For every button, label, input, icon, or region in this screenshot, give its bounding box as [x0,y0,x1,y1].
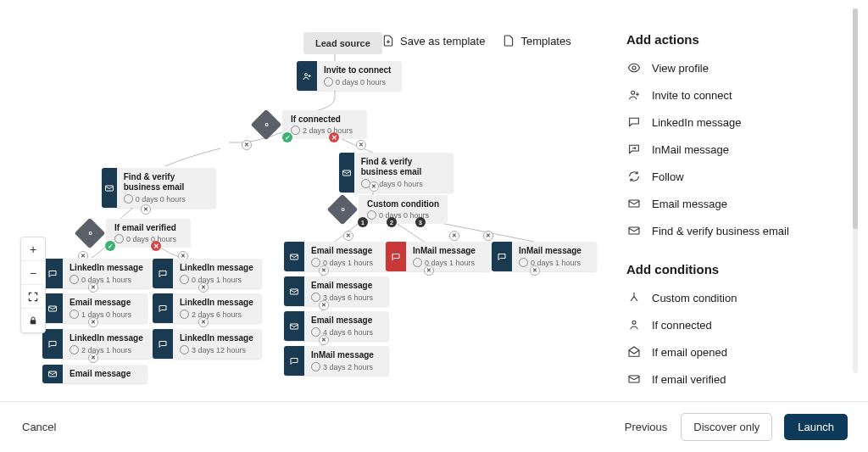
condition-icon: ⚬ [327,194,359,226]
condition-label: Custom condition [652,292,737,304]
branch-2: 2 [387,217,397,227]
mail-search-icon [626,223,642,238]
refresh-icon [626,169,642,184]
node-title: Invite to connect [324,65,393,75]
mail-check-icon [626,371,642,387]
x-dot: ✕ [319,335,329,345]
templates-button[interactable]: Templates [502,34,570,47]
action-label: Find & verify business email [652,225,789,237]
x-dot: ✕ [483,231,493,241]
action-follow[interactable]: Follow [626,169,848,184]
inmail-message-node[interactable]: InMail message3 days 2 hours [284,346,389,376]
svg-point-10 [632,91,635,94]
x-dot: ✕ [530,265,540,276]
node-title: Find & verify business email [124,172,208,193]
action-invite-to-connect[interactable]: Invite to connect [626,87,848,103]
x-dot: ✕ [198,282,209,293]
node-timing: 0 days 0 hours [367,210,439,220]
chat-icon [386,242,406,271]
file-icon [502,34,515,47]
email-message-node[interactable]: Email message4 days 6 hours [284,311,389,341]
discover-only-button[interactable]: Discover only [681,413,772,441]
branch-icon [626,290,642,305]
action-label: InMail message [652,143,729,156]
node-timing: 2 days 1 hours [70,345,143,354]
node-timing: 1 days 0 hours [70,310,139,319]
svg-point-9 [632,66,636,70]
launch-button[interactable]: Launch [784,414,848,440]
svg-rect-8 [31,321,36,325]
invite-to-connect-node[interactable]: Invite to connect0 days 0 hours [297,61,402,91]
conditions-list: Custom condition If connected If email o… [626,290,848,401]
branch-1: 1 [358,217,368,227]
if-email-verified-node[interactable]: ⚬ If email verified0 days 0 hours [79,219,191,248]
condition-custom[interactable]: Custom condition [626,290,848,305]
condition-if-connected[interactable]: If connected [626,317,848,332]
condition-if-email-verified[interactable]: If email verified [626,371,848,387]
email-message-node[interactable]: Email message3 days 6 hours [284,276,389,306]
action-label: Follow [652,170,684,183]
node-title: LinkedIn message [180,333,253,343]
svg-rect-11 [629,200,639,207]
email-message-node[interactable]: Email message0 days 1 hours [284,242,389,271]
node-title: Email message [311,281,381,291]
chat-arrow-icon [626,142,642,157]
node-timing: 0 days 0 hours [324,77,393,86]
x-dot: ✕ [242,140,252,150]
action-view-profile[interactable]: View profile [626,60,848,75]
email-message-node[interactable]: Email message [42,365,147,383]
find-verify-email-node[interactable]: Find & verify business email0 days 0 hou… [339,153,453,193]
node-title: InMail message [519,246,588,256]
save-template-label: Save as template [400,35,485,47]
linkedin-message-node[interactable]: LinkedIn message3 days 12 hours [153,329,262,359]
scrollbar-thumb[interactable] [853,8,858,229]
cancel-button[interactable]: Cancel [20,414,58,440]
action-linkedin-message[interactable]: LinkedIn message [626,114,848,130]
person-add-icon [297,61,317,91]
scrollbar[interactable] [853,8,858,373]
previous-button[interactable]: Previous [623,414,670,440]
mail-icon [42,365,63,383]
condition-label: If email verified [652,373,726,386]
condition-label: If connected [652,319,712,332]
x-dot: ✕ [88,282,98,293]
save-as-template-button[interactable]: Save as template [381,34,485,47]
x-dot: ✕ [88,317,98,327]
node-title: Custom condition [367,199,439,209]
zoom-in-button[interactable]: + [21,237,45,261]
chat-icon [626,114,642,130]
node-title: If email verified [114,223,182,232]
action-label: Invite to connect [652,89,732,102]
node-title: InMail message [311,350,381,360]
inmail-message-node[interactable]: InMail message0 days 1 hours [492,242,597,271]
inmail-message-node[interactable]: InMail message0 days 1 hours [386,242,491,271]
file-add-icon [381,34,395,47]
node-title: Email message [70,298,139,308]
find-verify-email-node[interactable]: Find & verify business email0 days 0 hou… [102,168,216,208]
zoom-out-button[interactable]: − [21,261,45,285]
action-find-verify-email[interactable]: Find & verify business email [626,223,848,238]
action-label: LinkedIn message [652,116,742,129]
x-dot: ✕ [343,231,353,241]
node-timing: 3 days 12 hours [180,345,253,354]
node-timing: 3 days 2 hours [311,362,381,371]
chat-icon [153,259,173,288]
fit-screen-button[interactable] [21,285,45,309]
eye-icon [626,60,642,75]
if-connected-node[interactable]: ⚬ If connected2 days 0 hours [255,110,367,139]
action-label: Email message [652,198,727,210]
lead-source-node[interactable]: Lead source [303,32,382,54]
condition-if-email-opened[interactable]: If email opened [626,344,848,360]
action-inmail-message[interactable]: InMail message [626,142,848,157]
flow-canvas[interactable]: Save as template Templates Lead source I… [0,0,605,401]
no-dot: ✕ [329,132,339,142]
node-title: Find & verify business email [361,157,445,177]
node-title: LinkedIn message [70,263,143,273]
action-email-message[interactable]: Email message [626,196,848,211]
node-timing: 0 days 0 hours [124,194,208,204]
node-title: LinkedIn message [180,263,253,273]
mail-search-icon [102,168,117,208]
svg-point-13 [632,321,636,324]
node-title: Email message [70,369,139,379]
lock-button[interactable] [21,309,45,332]
